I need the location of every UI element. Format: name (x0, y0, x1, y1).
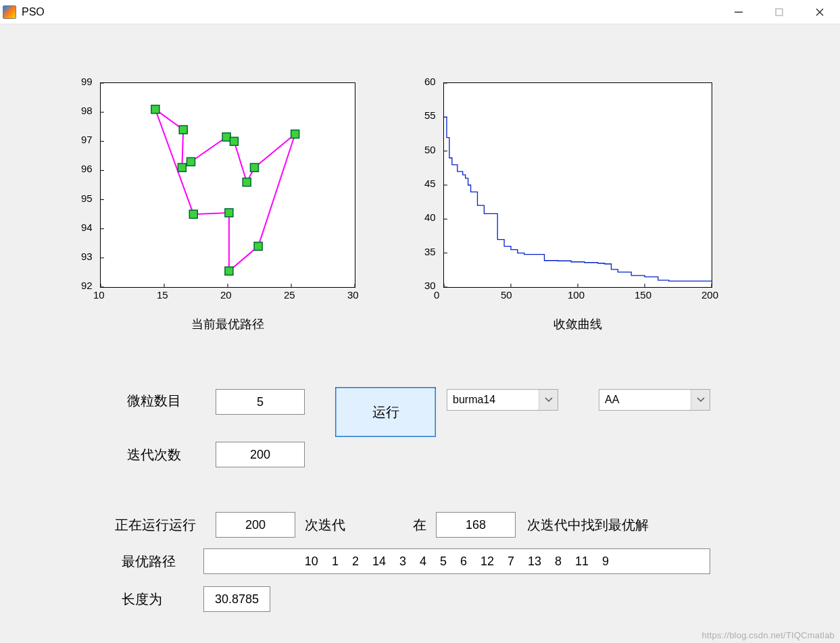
chevron-down-icon (539, 390, 558, 410)
svg-rect-27 (225, 267, 233, 275)
length-value: 30.8785 (203, 586, 270, 612)
particles-label: 微粒数目 (127, 392, 181, 410)
ytick-label: 40 (424, 211, 436, 223)
xtick-label: 15 (157, 289, 168, 301)
xtick-label: 30 (347, 289, 359, 301)
route-axes (100, 82, 355, 288)
xtick-label: 25 (284, 289, 295, 301)
run-button[interactable]: 运行 (336, 388, 435, 436)
convergence-axes-title: 收敛曲线 (443, 316, 712, 332)
found-at-label: 在 (413, 516, 426, 534)
dataset-value: burma14 (453, 394, 495, 406)
found-at-value: 168 (436, 512, 516, 538)
svg-rect-17 (151, 105, 159, 113)
svg-rect-19 (178, 163, 186, 172)
ytick-label: 50 (424, 144, 436, 155)
window-controls (718, 0, 840, 24)
ytick-label: 60 (424, 76, 436, 87)
xtick-label: 50 (501, 289, 512, 301)
route-axes-title: 当前最优路径 (100, 316, 355, 332)
ytick-label: 55 (424, 109, 436, 121)
figure-panel: 当前最优路径 收敛曲线 微粒数目 5 运行 burma14 AA 迭代次数 20… (0, 24, 840, 643)
ytick-label: 94 (81, 222, 93, 233)
svg-rect-20 (187, 157, 195, 165)
ytick-label: 96 (81, 163, 93, 174)
svg-rect-25 (291, 130, 299, 138)
ytick-label: 99 (81, 76, 93, 87)
chevron-down-icon (691, 390, 710, 410)
svg-rect-22 (230, 137, 238, 145)
svg-rect-24 (250, 163, 258, 172)
maximize-button[interactable] (759, 0, 799, 24)
svg-rect-28 (225, 209, 233, 217)
ytick-label: 97 (81, 134, 93, 145)
close-button[interactable] (799, 0, 840, 24)
length-label: 长度为 (122, 590, 162, 609)
svg-rect-21 (222, 133, 230, 141)
bestpath-label: 最优路径 (122, 552, 176, 571)
xtick-label: 200 (701, 289, 718, 301)
running-label: 正在运行运行 (115, 516, 196, 534)
dataset-select[interactable]: burma14 (447, 389, 558, 411)
found-suffix: 次迭代中找到最优解 (527, 516, 649, 534)
ytick-label: 92 (81, 280, 93, 291)
iterations-label: 迭代次数 (127, 446, 181, 464)
svg-rect-26 (254, 242, 262, 251)
svg-rect-1 (776, 9, 783, 16)
encoding-select[interactable]: AA (599, 389, 710, 411)
ytick-label: 98 (81, 105, 93, 116)
ytick-label: 93 (81, 251, 93, 262)
ytick-label: 30 (424, 280, 436, 291)
running-iteration-value: 200 (216, 512, 295, 538)
ytick-label: 35 (424, 246, 436, 257)
minimize-button[interactable] (718, 0, 759, 24)
running-suffix: 次迭代 (305, 516, 345, 534)
encoding-value: AA (605, 394, 619, 406)
watermark: https://blog.csdn.net/TIQCmatlab (702, 630, 835, 640)
xtick-label: 10 (93, 289, 105, 301)
convergence-axes (443, 82, 712, 288)
bestpath-value: 10 1 2 14 3 4 5 6 12 7 13 8 11 9 (203, 548, 710, 574)
titlebar: PSO (0, 0, 840, 24)
xtick-label: 20 (220, 289, 232, 301)
ytick-label: 95 (81, 192, 93, 204)
matlab-icon (3, 5, 16, 19)
window-title: PSO (22, 6, 45, 18)
xtick-label: 100 (568, 289, 585, 301)
svg-rect-29 (189, 210, 197, 218)
svg-rect-23 (243, 178, 251, 186)
ytick-label: 45 (424, 178, 436, 189)
xtick-label: 150 (635, 289, 651, 301)
particles-input[interactable]: 5 (216, 389, 305, 415)
iterations-input[interactable]: 200 (216, 442, 305, 467)
svg-rect-18 (179, 126, 187, 134)
